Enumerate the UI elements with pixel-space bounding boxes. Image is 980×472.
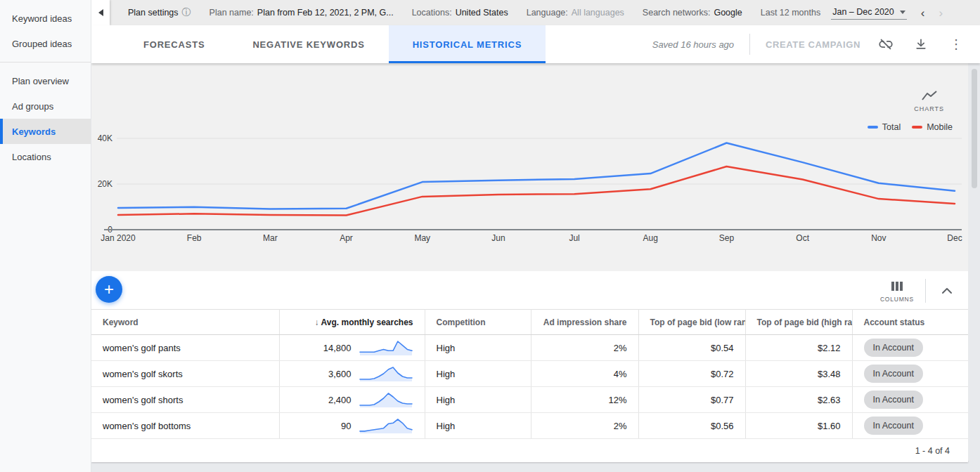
next-period-button[interactable]: ›: [939, 7, 943, 19]
create-campaign-button[interactable]: CREATE CAMPAIGN: [766, 39, 860, 50]
saved-status: Saved 16 hours ago: [652, 39, 734, 50]
trend-sparkline: [359, 365, 413, 383]
column-header-label: Competition: [437, 317, 486, 327]
add-keywords-button[interactable]: +: [96, 276, 122, 303]
avg-monthly-searches-value: 3,600: [328, 369, 352, 379]
sidebar-item-label: Keyword ideas: [12, 13, 72, 24]
ad-impression-share-cell: 2%: [531, 413, 638, 439]
table-footer: 1 - 4 of 4: [91, 439, 968, 462]
tab-forecasts[interactable]: FORECASTS: [120, 25, 228, 63]
account-status-cell: In Account: [852, 387, 968, 413]
columns-icon: [891, 282, 903, 291]
svg-text:20K: 20K: [98, 179, 112, 189]
date-range-group: Last 12 months Jan – Dec 2020: [761, 6, 907, 20]
keyword-cell: women's golf bottoms: [91, 413, 279, 439]
avg-monthly-searches-cell: 2,400: [279, 387, 425, 413]
date-range-selector[interactable]: Jan – Dec 2020: [831, 6, 907, 20]
scrollbar-gutter: [968, 63, 980, 461]
column-header-avg-monthly-searches[interactable]: ↓Avg. monthly searches: [279, 310, 425, 335]
legend-entry-total[interactable]: Total: [868, 122, 901, 132]
divider: [749, 34, 750, 55]
tab-negative-keywords[interactable]: NEGATIVE KEYWORDS: [228, 25, 388, 63]
charts-toggle-button[interactable]: CHARTS: [914, 90, 944, 112]
locations-setting[interactable]: Locations: United States: [412, 8, 508, 18]
keyword-text: women's golf pants: [103, 343, 181, 353]
previous-period-button[interactable]: ‹: [921, 7, 925, 19]
link-off-icon: [878, 37, 894, 52]
plan-settings-control[interactable]: Plan settings ⓘ: [128, 6, 191, 19]
keyword-cell: women's golf pants: [91, 335, 279, 361]
column-header-label: Keyword: [103, 317, 138, 327]
table-header-row: Keyword ↓Avg. monthly searches Competiti…: [91, 310, 968, 335]
avg-monthly-searches-value: 14,800: [323, 343, 352, 353]
keyword-cell: women's golf skorts: [91, 361, 279, 387]
sidebar-item-keyword-ideas[interactable]: Keyword ideas: [0, 6, 91, 31]
column-header-top-bid-low[interactable]: Top of page bid (low range): [638, 310, 745, 335]
sort-descending-icon: ↓: [315, 317, 319, 327]
ad-impression-share-cell: 2%: [531, 335, 638, 361]
svg-text:40K: 40K: [98, 133, 112, 143]
language-setting[interactable]: Language: All languages: [527, 8, 624, 18]
account-status-cell: In Account: [852, 413, 968, 439]
tab-bar: FORECASTS NEGATIVE KEYWORDS HISTORICAL M…: [91, 25, 980, 63]
unlink-account-button[interactable]: [876, 34, 896, 54]
account-status-badge[interactable]: In Account: [864, 365, 923, 383]
collapse-table-button[interactable]: [937, 281, 957, 301]
top-bid-low-cell: $0.72: [638, 361, 745, 387]
divider: [925, 279, 926, 303]
top-bid-high-value: $2.63: [818, 395, 841, 405]
sidebar-divider: [0, 62, 91, 63]
avg-monthly-searches-cell: 14,800: [279, 335, 425, 361]
svg-text:May: May: [414, 233, 430, 243]
top-bid-high-cell: $2.12: [745, 335, 852, 361]
avg-monthly-searches-cell: 3,600: [279, 361, 425, 387]
sidebar-item-plan-overview[interactable]: Plan overview: [0, 68, 91, 93]
download-button[interactable]: [911, 34, 931, 54]
column-header-label: Top of page bid (high range): [757, 317, 853, 327]
keywords-table: Keyword ↓Avg. monthly searches Competiti…: [91, 309, 968, 439]
column-header-top-bid-high[interactable]: Top of page bid (high range): [745, 310, 852, 335]
columns-button-label: COLUMNS: [880, 296, 914, 303]
legend-entry-mobile[interactable]: Mobile: [912, 122, 953, 132]
sidebar-item-ad-groups[interactable]: Ad groups: [0, 93, 91, 119]
competition-cell: High: [425, 335, 531, 361]
vertical-scrollbar[interactable]: [972, 69, 977, 188]
sidebar-item-keywords[interactable]: Keywords: [0, 119, 91, 144]
ad-impression-share-value: 2%: [614, 343, 627, 353]
triangle-left-icon: [98, 9, 103, 16]
svg-text:Jul: Jul: [569, 233, 579, 243]
column-header-ad-impression-share[interactable]: Ad impression share: [531, 310, 638, 335]
table-row[interactable]: women's golf pants 14,800 High 2% $0.54 …: [91, 335, 968, 361]
search-networks-setting[interactable]: Search networks: Google: [643, 8, 742, 18]
table-row[interactable]: women's golf bottoms 90 High 2% $0.56 $1…: [91, 413, 968, 439]
column-header-competition[interactable]: Competition: [425, 310, 531, 335]
plan-name-setting[interactable]: Plan name: Plan from Feb 12, 2021, 2 PM,…: [209, 8, 394, 18]
sidebar-item-grouped-ideas[interactable]: Grouped ideas: [0, 31, 91, 56]
account-status-badge[interactable]: In Account: [864, 391, 923, 409]
columns-button[interactable]: COLUMNS: [880, 280, 914, 303]
column-header-account-status[interactable]: Account status: [852, 310, 968, 335]
sidebar-item-label: Grouped ideas: [12, 39, 72, 49]
chart-line-icon: [921, 90, 938, 102]
search-networks-label: Search networks:: [643, 8, 711, 18]
keyword-text: women's golf bottoms: [103, 421, 191, 431]
sidebar-item-label: Keywords: [12, 126, 56, 137]
svg-text:Jun: Jun: [491, 233, 505, 243]
account-status-badge[interactable]: In Account: [864, 417, 923, 435]
info-icon[interactable]: ⓘ: [182, 6, 191, 19]
account-status-badge[interactable]: In Account: [864, 339, 923, 357]
column-header-label: Avg. monthly searches: [321, 317, 413, 327]
trend-sparkline: [359, 339, 413, 357]
search-networks-value: Google: [714, 8, 742, 18]
svg-text:Dec: Dec: [947, 233, 962, 243]
tab-historical-metrics[interactable]: HISTORICAL METRICS: [389, 25, 546, 63]
more-options-button[interactable]: ⋮: [946, 34, 966, 54]
competition-value: High: [437, 369, 456, 379]
sidebar-item-label: Plan overview: [12, 76, 69, 86]
collapse-panel-button[interactable]: [91, 0, 110, 25]
column-header-keyword[interactable]: Keyword: [91, 310, 279, 335]
table-row[interactable]: women's golf shorts 2,400 High 12% $0.77…: [91, 387, 968, 413]
table-row[interactable]: women's golf skorts 3,600 High 4% $0.72 …: [91, 361, 968, 387]
plan-name-label: Plan name:: [209, 8, 254, 18]
sidebar-item-locations[interactable]: Locations: [0, 144, 91, 169]
